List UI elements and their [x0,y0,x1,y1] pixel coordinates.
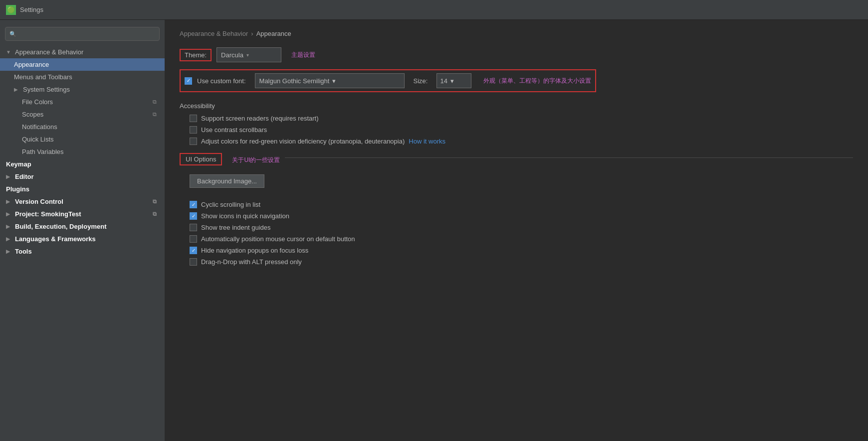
chevron-down-icon: ▾ [246,52,249,58]
sidebar-item-label: Menus and Toolbars [14,73,72,81]
color-deficiency-row: Adjust colors for red-green vision defic… [180,138,853,145]
background-image-button[interactable]: Background Image... [190,174,264,188]
show-icons-row: Show icons in quick navigation [180,212,853,220]
arrow-icon: ▶ [6,211,13,217]
copy-icon: ⧉ [153,111,157,118]
theme-label: Theme: [180,49,212,61]
sidebar-item-version-control[interactable]: ▶ Version Control ⧉ [0,195,165,208]
sidebar-item-project[interactable]: ▶ Project: SmokingTest ⧉ [0,208,165,220]
sidebar-item-label: System Settings [23,86,70,93]
font-annotation: 外观（菜单、工程等）的字体及大小设置 [483,77,591,85]
sidebar-item-label: Tools [15,248,32,255]
auto-position-label: Automatically position mouse cursor on d… [201,235,355,243]
sidebar-item-menus-toolbars[interactable]: Menus and Toolbars [0,71,165,83]
cyclic-scrolling-checkbox[interactable] [190,201,197,208]
copy-icon: ⧉ [153,198,157,205]
sidebar-item-editor[interactable]: ▶ Editor [0,170,165,183]
divider [285,157,853,158]
size-label: Size: [414,77,428,85]
how-it-works-link[interactable]: How it works [409,138,445,145]
sidebar-item-quick-lists[interactable]: Quick Lists [0,133,165,146]
size-dropdown[interactable]: 14 ▾ [436,73,471,88]
contrast-scrollbars-row: Use contrast scrollbars [180,126,853,134]
sidebar-item-keymap[interactable]: Keymap [0,158,165,170]
sidebar-item-plugins[interactable]: Plugins [0,183,165,195]
sidebar-item-label: File Colors [22,98,53,106]
settings-content: Appearance & Behavior › Appearance Theme… [165,20,868,441]
theme-row: Theme: Darcula ▾ 主题设置 [180,47,853,62]
screen-readers-checkbox[interactable] [190,115,197,122]
sidebar-item-path-variables[interactable]: Path Variables [0,146,165,158]
drag-alt-label: Drag-n-Drop with ALT pressed only [201,258,302,266]
chevron-down-icon: ▾ [450,77,454,85]
sidebar: 🔍 ▼ Appearance & Behavior Appearance Men… [0,20,165,441]
custom-font-label: Use custom font: [197,77,246,85]
show-icons-checkbox[interactable] [190,212,197,220]
arrow-icon: ▶ [6,249,13,254]
sidebar-item-system-settings[interactable]: ▶ System Settings [0,83,165,96]
contrast-scrollbars-checkbox[interactable] [190,126,197,134]
cyclic-scrolling-label: Cyclic scrolling in list [201,201,260,208]
show-icons-label: Show icons in quick navigation [201,212,289,220]
sidebar-item-label: Languages & Frameworks [15,235,96,243]
breadcrumb-parent: Appearance & Behavior [180,30,248,37]
accessibility-section: Accessibility Support screen readers (re… [180,102,853,145]
sidebar-item-label: Path Variables [22,148,64,155]
sidebar-item-label: Appearance [14,61,49,68]
sidebar-item-build-exec[interactable]: ▶ Build, Execution, Deployment [0,220,165,233]
screen-readers-label: Support screen readers (requires restart… [201,115,319,122]
title-bar: 🟢 Settings [0,0,868,20]
arrow-icon: ▶ [6,224,13,229]
search-box[interactable]: 🔍 [5,27,160,41]
copy-icon: ⧉ [153,99,157,105]
auto-position-checkbox[interactable] [190,235,197,243]
sidebar-item-label: Editor [15,173,34,180]
drag-alt-checkbox[interactable] [190,258,197,266]
tree-indent-label: Show tree indent guides [201,224,270,231]
sidebar-item-label: Quick Lists [22,136,54,143]
arrow-icon: ▶ [14,87,21,92]
screen-readers-row: Support screen readers (requires restart… [180,115,853,122]
tree-indent-row: Show tree indent guides [180,224,853,231]
size-value: 14 [440,77,447,85]
sidebar-item-scopes[interactable]: Scopes ⧉ [0,108,165,121]
sidebar-item-label: Keymap [6,160,31,168]
sidebar-item-label: Appearance & Behavior [15,48,83,56]
font-value: Malgun Gothic Semilight [259,77,330,85]
sidebar-item-languages[interactable]: ▶ Languages & Frameworks [0,233,165,245]
hide-nav-popups-checkbox[interactable] [190,247,197,254]
app-icon: 🟢 [6,5,16,15]
sidebar-item-tools[interactable]: ▶ Tools [0,245,165,258]
hide-nav-popups-label: Hide navigation popups on focus loss [201,247,308,254]
ui-options-section: UI Options 关于UI的一些设置 Background Image...… [180,153,853,266]
sidebar-item-appearance[interactable]: Appearance [0,58,165,71]
search-icon: 🔍 [9,31,16,37]
copy-icon: ⧉ [153,211,157,217]
ui-options-label: UI Options [180,153,222,165]
sidebar-item-file-colors[interactable]: File Colors ⧉ [0,96,165,108]
auto-position-row: Automatically position mouse cursor on d… [180,235,853,243]
sidebar-item-label: Build, Execution, Deployment [15,223,106,230]
ui-options-header: UI Options 关于UI的一些设置 [180,153,853,167]
color-deficiency-checkbox[interactable] [190,138,197,145]
theme-value: Darcula [221,51,243,59]
tree-indent-checkbox[interactable] [190,224,197,231]
hide-nav-popups-row: Hide navigation popups on focus loss [180,247,853,254]
ui-options-annotation: 关于UI的一些设置 [232,156,280,164]
arrow-icon: ▶ [6,174,13,179]
window-title: Settings [20,6,43,13]
font-dropdown[interactable]: Malgun Gothic Semilight ▾ [255,73,405,88]
theme-annotation: 主题设置 [291,51,315,59]
custom-font-checkbox[interactable] [185,77,192,85]
sidebar-item-notifications[interactable]: Notifications [0,121,165,133]
accessibility-label: Accessibility [180,102,853,110]
search-input[interactable] [19,30,155,37]
breadcrumb-current: Appearance [256,30,291,37]
chevron-down-icon: ▾ [332,77,336,85]
arrow-icon: ▶ [6,236,13,242]
custom-font-row: Use custom font: Malgun Gothic Semilight… [180,69,596,92]
sidebar-item-label: Plugins [6,185,29,193]
theme-dropdown[interactable]: Darcula ▾ [217,47,281,62]
breadcrumb-separator: › [251,30,253,37]
sidebar-item-appearance-behavior[interactable]: ▼ Appearance & Behavior [0,46,165,58]
